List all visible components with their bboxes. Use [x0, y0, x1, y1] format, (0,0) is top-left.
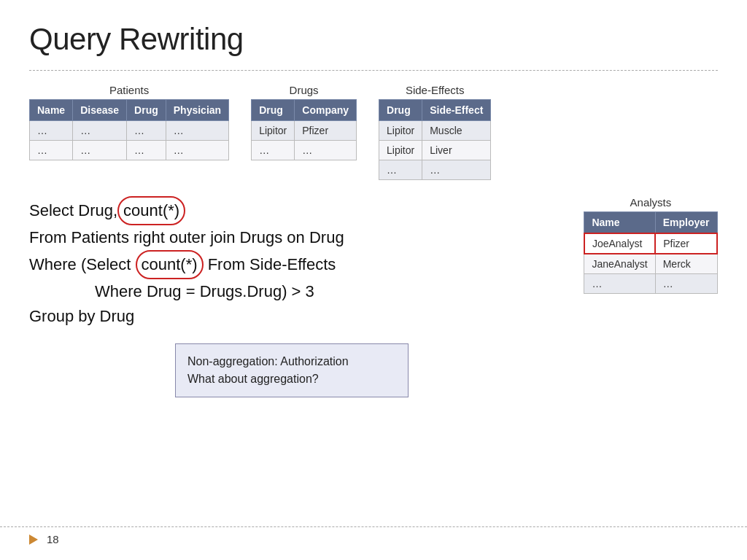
table-row: Lipitor Pfizer [252, 121, 357, 141]
query-line2: From Patients right outer join Drugs on … [29, 225, 562, 250]
query-line1: Select Drug,count(*) [29, 196, 562, 225]
patients-table-block: Patients Name Disease Drug Physician … …… [29, 84, 229, 160]
table-row: JaneAnalyst Merck [584, 254, 717, 274]
table-row: … … … … [30, 141, 229, 160]
sideeffects-table: Drug Side-Effect Lipitor Muscle Lipitor … [379, 99, 491, 180]
drugs-label: Drugs [290, 84, 319, 96]
patients-table: Name Disease Drug Physician … … … … … [29, 99, 229, 160]
table-row: Lipitor Liver [379, 141, 491, 160]
query-line4: Where Drug = Drugs.Drug) > 3 [29, 279, 562, 304]
slide-number: 18 [47, 533, 59, 545]
drugs-table-block: Drugs Drug Company Lipitor Pfizer … … [251, 84, 357, 160]
drugs-col-company: Company [295, 100, 357, 121]
se-col-effect: Side-Effect [422, 100, 491, 121]
patients-col-name: Name [30, 100, 73, 121]
info-box: Non-aggregation: Authorization What abou… [175, 343, 409, 397]
analysts-col-employer: Employer [655, 212, 717, 234]
title-divider [29, 70, 718, 71]
info-line1: Non-aggregation: Authorization [187, 353, 396, 370]
drugs-col-drug: Drug [252, 100, 295, 121]
table-row: … … [584, 274, 717, 294]
query-line5: Group by Drug [29, 304, 562, 329]
drugs-table: Drug Company Lipitor Pfizer … … [251, 99, 357, 160]
analysts-table: Name Employer JoeAnalyst Pfizer JaneAnal… [584, 211, 718, 294]
table-row: Lipitor Muscle [379, 121, 491, 141]
query-line3: Where (Select count(*) From Side-Effects [29, 250, 562, 279]
tables-row: Patients Name Disease Drug Physician … …… [29, 84, 718, 180]
analysts-row-highlight: JoeAnalyst Pfizer [584, 233, 717, 254]
sideeffects-table-block: Side-Effects Drug Side-Effect Lipitor Mu… [379, 84, 491, 180]
slide-title: Query Rewriting [29, 22, 718, 57]
patients-col-disease: Disease [73, 100, 127, 121]
sideeffects-label: Side-Effects [406, 84, 465, 96]
table-row: … … [379, 160, 491, 180]
count-circle-2: count(*) [136, 250, 204, 279]
slide: Query Rewriting Patients Name Disease Dr… [0, 0, 747, 560]
count-circle-1: count(*) [117, 196, 185, 225]
patients-col-physician: Physician [166, 100, 228, 121]
analysts-table-block: Analysts Name Employer JoeAnalyst Pfizer [584, 196, 718, 294]
table-row: … … … … [30, 121, 229, 141]
analysts-col-name: Name [584, 212, 655, 234]
se-col-drug: Drug [379, 100, 422, 121]
arrow-icon [29, 534, 38, 545]
query-text: Select Drug,count(*) From Patients right… [29, 196, 562, 329]
footer: 18 [0, 526, 747, 545]
analysts-section: Analysts Name Employer JoeAnalyst Pfizer [584, 196, 718, 294]
table-row: … … [252, 141, 357, 160]
query-section: Select Drug,count(*) From Patients right… [29, 196, 562, 397]
info-line2: What about aggregation? [187, 370, 396, 388]
analysts-label: Analysts [630, 196, 672, 209]
patients-col-drug: Drug [127, 100, 166, 121]
patients-label: Patients [109, 84, 149, 96]
